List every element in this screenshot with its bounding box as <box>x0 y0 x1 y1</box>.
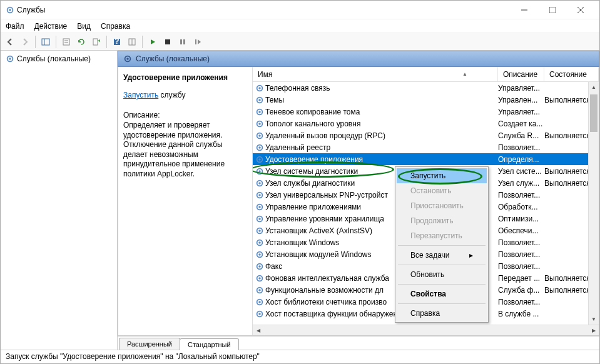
cell-description: Служба ф... <box>498 286 544 295</box>
restart-service-button[interactable] <box>191 35 205 49</box>
cell-description: Оптимизи... <box>498 215 544 223</box>
close-button[interactable] <box>566 1 594 19</box>
gear-icon <box>254 96 265 104</box>
cell-name: Теневое копирование тома <box>265 108 498 116</box>
context-item-resume[interactable]: Продолжить <box>397 213 487 228</box>
tree-node-services-local[interactable]: Службы (локальные) <box>3 53 114 64</box>
gear-icon <box>123 54 132 63</box>
gear-icon <box>254 238 265 247</box>
context-item-restart[interactable]: Перезапустить <box>397 228 487 243</box>
context-item-help[interactable]: Справка <box>397 306 487 321</box>
cell-description: Узел систе... <box>498 167 544 176</box>
gear-icon <box>254 143 265 152</box>
cell-description: Обработк... <box>498 203 544 211</box>
svg-point-53 <box>258 253 261 256</box>
cell-description: Управлен... <box>498 96 544 104</box>
minimize-button[interactable] <box>510 1 538 19</box>
cell-description: В службе ... <box>498 310 544 318</box>
export-button[interactable] <box>89 35 103 49</box>
cell-description: Позволяет... <box>498 191 544 200</box>
pause-service-button[interactable] <box>176 35 190 49</box>
statusbar: Запуск службы "Удостоверение приложения"… <box>1 350 599 363</box>
sort-indicator-icon: ▲ <box>462 71 492 77</box>
svg-point-37 <box>258 158 261 161</box>
vertical-scrollbar[interactable]: ▲ ▼ <box>588 82 599 325</box>
table-row[interactable]: Тополог канального уровняСоздает ка... <box>253 118 599 129</box>
refresh-button[interactable] <box>74 35 88 49</box>
svg-point-33 <box>258 134 261 137</box>
gear-icon <box>254 310 265 318</box>
svg-rect-17 <box>180 39 182 44</box>
column-header-state[interactable]: Состояние <box>544 67 599 81</box>
table-row[interactable]: Телефонная связьУправляет... <box>253 82 599 94</box>
panel-title: Службы (локальные) <box>136 54 210 63</box>
list-body: Запустить Остановить Приостановить Продо… <box>253 82 599 325</box>
table-row[interactable]: Удостоверение приложенияОпределя... <box>253 153 599 165</box>
cell-description: Управляет... <box>498 108 544 116</box>
tab-extended[interactable]: Расширенный <box>119 338 180 350</box>
context-item-pause[interactable]: Приостановить <box>397 198 487 213</box>
cell-description: Позволяет... <box>498 143 544 152</box>
table-row[interactable]: Теневое копирование томаУправляет... <box>253 106 599 118</box>
svg-point-61 <box>258 301 261 303</box>
menu-help[interactable]: Справка <box>101 22 130 31</box>
table-row[interactable]: ТемыУправлен...Выполняется <box>253 94 599 106</box>
scroll-up-icon[interactable]: ▲ <box>589 82 599 93</box>
svg-rect-8 <box>63 39 69 45</box>
tree-panel: Службы (локальные) <box>1 51 118 350</box>
start-service-link[interactable]: Запустить <box>123 91 158 99</box>
context-item-start[interactable]: Запустить <box>397 168 487 183</box>
svg-point-55 <box>258 265 261 268</box>
start-service-button[interactable] <box>146 35 160 49</box>
gear-icon <box>254 108 265 116</box>
scroll-left-icon[interactable]: ◀ <box>253 325 263 335</box>
context-item-stop[interactable]: Остановить <box>397 183 487 198</box>
properties-button[interactable] <box>59 35 73 49</box>
forward-button[interactable] <box>18 35 32 49</box>
context-item-properties[interactable]: Свойства <box>397 286 487 301</box>
columns-button[interactable] <box>125 35 139 49</box>
stop-service-button[interactable] <box>161 35 175 49</box>
selected-service-name: Удостоверение приложения <box>123 73 246 82</box>
show-hide-tree-button[interactable] <box>39 35 53 49</box>
table-row[interactable]: Удаленный вызов процедур (RPC)Служба R..… <box>253 129 599 141</box>
context-item-refresh[interactable]: Обновить <box>397 267 487 282</box>
cell-description: Позволяет... <box>498 262 544 271</box>
svg-rect-19 <box>195 39 196 44</box>
context-item-alltasks[interactable]: Все задачи▸ <box>397 248 487 263</box>
svg-point-27 <box>258 99 261 101</box>
menu-file[interactable]: Файл <box>6 22 24 31</box>
cell-description: Позволяет... <box>498 238 544 247</box>
tab-standard[interactable]: Стандартный <box>180 338 239 350</box>
help-button[interactable]: ? <box>110 35 124 49</box>
svg-point-23 <box>126 58 129 60</box>
menu-view[interactable]: Вид <box>77 22 91 31</box>
detail-panel: Удостоверение приложения Запустить служб… <box>118 67 253 335</box>
gear-icon <box>254 179 265 188</box>
cell-name: Телефонная связь <box>265 84 498 93</box>
back-button[interactable] <box>3 35 17 49</box>
start-service-line: Запустить службу <box>123 91 246 99</box>
maximize-button[interactable] <box>538 1 566 19</box>
scroll-thumb[interactable] <box>590 94 597 132</box>
context-menu: Запустить Остановить Приостановить Продо… <box>395 166 489 323</box>
menu-action[interactable]: Действие <box>34 22 68 31</box>
scroll-down-icon[interactable]: ▼ <box>589 314 599 325</box>
svg-rect-18 <box>183 39 185 44</box>
column-header-description[interactable]: Описание <box>498 67 544 81</box>
scroll-right-icon[interactable]: ▶ <box>588 325 599 335</box>
svg-point-39 <box>258 170 261 173</box>
svg-point-49 <box>258 230 261 232</box>
table-row[interactable]: Удаленный реестрПозволяет... <box>253 141 599 153</box>
submenu-arrow-icon: ▸ <box>469 251 473 260</box>
panel-header: Службы (локальные) <box>118 51 599 67</box>
horizontal-scrollbar[interactable]: ◀ ▶ <box>253 325 599 335</box>
main-area: Службы (локальные) Службы (локальные) Уд… <box>1 51 599 350</box>
svg-point-45 <box>258 206 261 208</box>
list-header: Имя▲ Описание Состояние <box>253 67 599 82</box>
cell-description: Позволяет... <box>498 298 544 306</box>
column-header-name[interactable]: Имя▲ <box>253 67 498 81</box>
cell-name: Удаленный вызов процедур (RPC) <box>265 131 498 140</box>
svg-point-41 <box>258 182 261 185</box>
svg-point-31 <box>258 123 261 125</box>
